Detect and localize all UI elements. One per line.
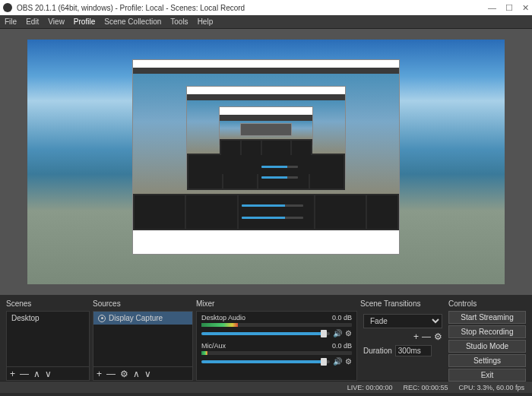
transition-add-button[interactable]: +: [413, 331, 419, 342]
volume-slider[interactable]: [201, 332, 330, 335]
scene-remove-button[interactable]: —: [20, 369, 29, 379]
maximize-button[interactable]: ☐: [505, 3, 513, 13]
sources-panel: Sources Display Capture + — ⚙ ∧ ∨: [93, 298, 193, 381]
scene-down-button[interactable]: ∨: [45, 369, 52, 379]
speaker-icon[interactable]: 🔊: [333, 357, 342, 366]
transitions-title: Scene Transitions: [360, 298, 445, 311]
mixer-title: Mixer: [196, 298, 357, 311]
source-up-button[interactable]: ∧: [133, 369, 140, 379]
bottom-panels: Scenes Desktop + — ∧ ∨ Sources Display C…: [0, 295, 532, 381]
window-title: OBS 20.1.1 (64bit, windows) - Profile: L…: [17, 4, 488, 12]
scenes-panel: Scenes Desktop + — ∧ ∨: [6, 298, 90, 381]
gear-icon[interactable]: ⚙: [345, 357, 352, 366]
source-down-button[interactable]: ∨: [144, 369, 151, 379]
controls-title: Controls: [448, 298, 526, 311]
audio-meter: [201, 351, 352, 355]
settings-button[interactable]: Settings: [448, 354, 526, 367]
menu-help[interactable]: Help: [198, 17, 214, 26]
recursive-window-1: [132, 59, 400, 255]
studio-mode-button[interactable]: Studio Mode: [448, 340, 526, 353]
menu-scene-collection[interactable]: Scene Collection: [104, 17, 161, 26]
minimize-button[interactable]: —: [488, 3, 496, 13]
track-db: 0.0 dB: [332, 314, 352, 322]
controls-panel: Controls Start Streaming Stop Recording …: [448, 298, 526, 381]
source-add-button[interactable]: +: [97, 369, 102, 379]
app-icon: [3, 3, 12, 12]
menu-file[interactable]: File: [5, 17, 17, 26]
status-rec: REC: 00:00:55: [403, 384, 448, 391]
transition-settings-button[interactable]: ⚙: [434, 331, 442, 342]
recursive-window-2: [186, 86, 346, 180]
gear-icon[interactable]: ⚙: [345, 329, 352, 337]
track-name: Desktop Audio: [201, 314, 245, 322]
menubar: File Edit View Profile Scene Collection …: [0, 15, 532, 29]
source-remove-button[interactable]: —: [106, 369, 116, 379]
preview-area[interactable]: [0, 29, 532, 295]
speaker-icon[interactable]: 🔊: [333, 329, 342, 337]
preview-canvas[interactable]: [27, 40, 505, 284]
menu-profile[interactable]: Profile: [74, 17, 95, 26]
menu-edit[interactable]: Edit: [26, 17, 39, 26]
stop-recording-button[interactable]: Stop Recording: [448, 325, 526, 338]
track-db: 0.0 dB: [332, 342, 352, 350]
transition-remove-button[interactable]: —: [422, 331, 431, 342]
visibility-icon[interactable]: [98, 315, 106, 322]
scene-item[interactable]: Desktop: [7, 312, 89, 325]
volume-slider[interactable]: [201, 360, 330, 363]
scene-add-button[interactable]: +: [10, 369, 15, 379]
transitions-panel: Scene Transitions Fade + — ⚙ Duration: [360, 298, 445, 381]
source-settings-button[interactable]: ⚙: [120, 369, 128, 379]
status-cpu: CPU: 3.3%, 60.00 fps: [458, 384, 524, 391]
duration-label: Duration: [363, 347, 392, 355]
exit-button[interactable]: Exit: [448, 369, 526, 382]
start-streaming-button[interactable]: Start Streaming: [448, 311, 526, 324]
scenes-title: Scenes: [6, 298, 90, 311]
close-button[interactable]: ✕: [522, 3, 529, 13]
mixer-track-mic: Mic/Aux 0.0 dB 🔊 ⚙: [197, 340, 356, 368]
recursive-window-4: [240, 123, 293, 135]
mixer-panel: Mixer Desktop Audio 0.0 dB 🔊 ⚙ Mic/Aux 0…: [196, 298, 357, 381]
titlebar: OBS 20.1.1 (64bit, windows) - Profile: L…: [0, 0, 532, 15]
duration-input[interactable]: [395, 345, 432, 356]
status-live: LIVE: 00:00:00: [347, 384, 393, 391]
audio-meter: [201, 323, 352, 327]
source-item[interactable]: Display Capture: [93, 312, 192, 325]
statusbar: LIVE: 00:00:00 REC: 00:00:55 CPU: 3.3%, …: [0, 381, 532, 393]
scene-up-button[interactable]: ∧: [33, 369, 40, 379]
track-name: Mic/Aux: [201, 342, 226, 350]
sources-title: Sources: [93, 298, 193, 311]
menu-tools[interactable]: Tools: [170, 17, 188, 26]
transition-select[interactable]: Fade: [363, 314, 442, 328]
recursive-window-3: [219, 106, 314, 145]
mixer-track-desktop: Desktop Audio 0.0 dB 🔊 ⚙: [197, 312, 356, 340]
menu-view[interactable]: View: [48, 17, 65, 26]
